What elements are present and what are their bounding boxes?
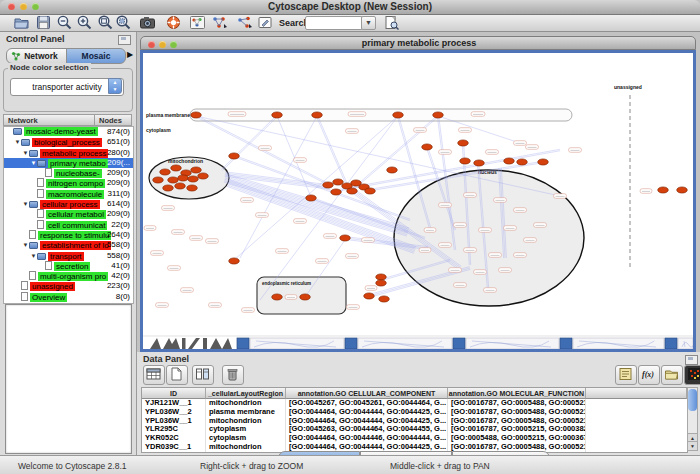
gene-node[interactable] [422,144,433,150]
gene-node[interactable] [272,112,283,118]
table-cell[interactable]: YLR295C [142,425,206,434]
table-cell[interactable]: YDR039C__1 [142,443,206,452]
table-cell[interactable]: mitochondrion [206,443,286,452]
table-cell[interactable]: [GO:0044464, GO:0044444, GO:0044425, G..… [286,408,448,417]
gene-node[interactable] [433,112,444,118]
table-cell[interactable]: cytoplasm [206,425,286,434]
table-cell[interactable]: YPL036W__2 [142,408,206,417]
scroll-down-arrow[interactable]: ▼ [688,441,697,450]
gene-node[interactable] [187,185,198,191]
tree-header-nodes[interactable]: Nodes [95,114,132,126]
gene-node[interactable] [474,160,485,166]
gene-node[interactable] [365,188,376,194]
gene-node[interactable] [163,185,174,191]
table-cell[interactable]: [GO:0044464, GO:0044444, GO:0044425, G..… [286,417,448,426]
snapshot-icon[interactable] [139,15,156,30]
gene-node[interactable] [347,188,358,194]
table-cell[interactable]: YJR121W__1 [142,399,206,408]
tree-row[interactable]: mosaic-demo-yeast874(0) [4,127,133,137]
gene-node[interactable] [504,158,515,164]
delete-attribute-icon[interactable] [222,365,244,385]
float-data-panel-icon[interactable] [685,355,698,365]
tree-row[interactable]: nitrogen compo209(0) [4,178,133,188]
gene-node[interactable] [387,167,398,173]
tree-row[interactable]: ▼primary metabo209(... [4,158,133,168]
table-cell[interactable]: [GO:0005488, GO:0005215, GO:0003674] [448,434,586,443]
gene-node[interactable] [191,112,202,118]
table-cell[interactable]: [GO:0044464, GO:0044446, GO:0044444, G..… [286,434,448,443]
zoom-out-icon[interactable] [56,15,73,30]
gene-node[interactable] [160,169,171,175]
tree-row[interactable]: secretion41(0) [4,261,133,271]
layout-icon-1[interactable] [211,15,228,30]
annotation-icon[interactable] [257,15,274,30]
gene-node[interactable] [175,183,186,189]
function-builder-icon[interactable]: f(x) [638,365,660,385]
table-cell[interactable]: [GO:0016787, GO:0005488, GO:0005215, G..… [448,408,586,417]
table-cell[interactable]: mitochondrion [206,399,286,408]
search-dropdown-arrow[interactable]: ▼ [361,16,376,30]
gene-node[interactable] [376,280,387,286]
table-cell[interactable]: [GO:0016787, GO:0005488, GO:0005215, G..… [448,417,586,426]
gene-node[interactable] [229,258,240,264]
tree-row[interactable]: ▼biological_process651(0) [4,137,133,147]
table-cell[interactable]: plasma membrane [206,408,286,417]
tree-row[interactable]: macromolecule311(0) [4,189,133,199]
tree-row[interactable]: nucleobase-209(0) [4,168,133,178]
gene-node[interactable] [458,140,469,146]
equation-editor-icon[interactable] [615,365,637,385]
tree-row[interactable]: Overview8(0) [4,292,133,302]
layout-icon-2[interactable] [236,15,253,30]
float-panel-icon[interactable] [118,35,131,45]
import-attributes-icon[interactable] [661,365,683,385]
network-canvas[interactable]: plasma membrane cytoplasm mitochondrion … [143,53,693,349]
zoom-in-icon[interactable] [76,15,93,30]
gene-node[interactable] [168,177,179,183]
matrix-view-icon[interactable] [684,365,700,385]
gene-node[interactable] [323,182,334,188]
tree-row[interactable]: cell communicat22(0) [4,220,133,230]
gene-node[interactable] [331,189,342,195]
expand-arrow-icon[interactable]: ▼ [30,251,37,261]
expand-arrow-icon[interactable]: ▼ [22,148,29,158]
gene-node[interactable] [198,173,209,179]
select-attributes-icon[interactable] [192,365,214,385]
expand-arrow-icon[interactable]: ▼ [22,240,29,250]
zoom-region-icon[interactable] [115,15,132,30]
table-cell[interactable]: YPL036W__1 [142,417,206,426]
more-tabs-arrow-icon[interactable]: ▶ [127,50,133,59]
new-attribute-icon[interactable] [166,365,188,385]
gene-node[interactable] [379,296,390,302]
gene-node[interactable] [229,153,240,159]
gene-node[interactable] [191,167,202,173]
gene-node[interactable] [517,159,528,165]
save-icon[interactable] [35,15,52,30]
tree-row[interactable]: ▼transport558(0) [4,251,133,261]
table-header-cell[interactable]: annotation.GO CELLULAR_COMPONENT [286,388,448,399]
table-cell[interactable]: mitochondrion [206,417,286,426]
gene-node[interactable] [300,294,311,300]
table-header-cell[interactable]: annotation.GO MOLECULAR_FUNCTION [448,388,586,399]
search-input[interactable] [305,16,363,30]
node-color-select[interactable]: transporter activity [10,78,124,96]
gene-node[interactable] [364,293,375,299]
gene-node[interactable] [538,159,549,165]
table-cell[interactable]: [GO:0045263, GO:0044464, GO:0044455, G..… [286,425,448,434]
table-cell[interactable]: YKR052C [142,434,206,443]
tab-network[interactable]: Network [6,48,68,64]
gene-node[interactable] [312,112,323,118]
table-header-cell[interactable]: ID [142,388,206,399]
table-header-cell[interactable]: _cellularLayoutRegion [206,388,286,399]
table-cell[interactable]: cytoplasm [206,434,286,443]
gene-node[interactable] [333,179,344,185]
tree-row[interactable]: ▼metabolic process280(0) [4,148,133,158]
attribute-table[interactable]: ID_cellularLayoutRegionannotation.GO CEL… [141,387,688,453]
attribute-table-icon[interactable] [143,365,165,385]
gene-node[interactable] [178,175,189,181]
expand-arrow-icon[interactable]: ▼ [30,158,37,168]
node-color-select-stepper[interactable]: ▲▼ [108,78,122,94]
gene-node[interactable] [340,235,351,241]
birdseye-view[interactable] [5,304,132,454]
gene-node[interactable] [153,177,164,183]
gene-node[interactable] [658,187,669,193]
